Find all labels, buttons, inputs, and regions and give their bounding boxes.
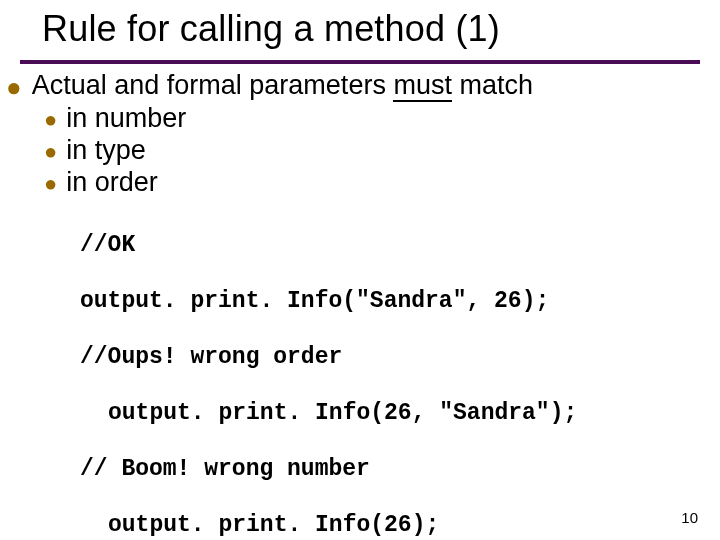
bullet-icon: ● xyxy=(44,135,66,165)
code-line-6: output. print. Info(26); xyxy=(80,511,720,539)
bullet-sub-2: ● in type xyxy=(0,135,720,167)
bullet-main-must: must xyxy=(393,70,452,102)
bullet-main-text: Actual and formal parameters must match xyxy=(32,70,533,102)
bullet-icon: ● xyxy=(44,167,66,197)
code-line-1: //OK xyxy=(80,231,720,259)
bullet-sub-3: ● in order xyxy=(0,167,720,199)
slide: Rule for calling a method (1) ● Actual a… xyxy=(0,0,720,540)
code-line-4: output. print. Info(26, "Sandra"); xyxy=(80,399,720,427)
slide-body: ● Actual and formal parameters must matc… xyxy=(0,64,720,540)
bullet-sub-1-text: in number xyxy=(66,103,186,135)
code-block: //OK output. print. Info("Sandra", 26); … xyxy=(0,199,720,540)
bullet-main-post: match xyxy=(452,70,533,100)
bullet-icon: ● xyxy=(44,103,66,133)
bullet-sub-3-text: in order xyxy=(66,167,158,199)
bullet-sub-2-text: in type xyxy=(66,135,146,167)
bullet-main: ● Actual and formal parameters must matc… xyxy=(0,70,720,103)
code-line-5: // Boom! wrong number xyxy=(80,455,720,483)
bullet-icon: ● xyxy=(6,70,32,103)
code-line-3: //Oups! wrong order xyxy=(80,343,720,371)
bullet-sub-1: ● in number xyxy=(0,103,720,135)
page-number: 10 xyxy=(681,509,698,526)
code-line-2: output. print. Info("Sandra", 26); xyxy=(80,287,720,315)
slide-title: Rule for calling a method (1) xyxy=(0,0,720,50)
bullet-main-pre: Actual and formal parameters xyxy=(32,70,394,100)
